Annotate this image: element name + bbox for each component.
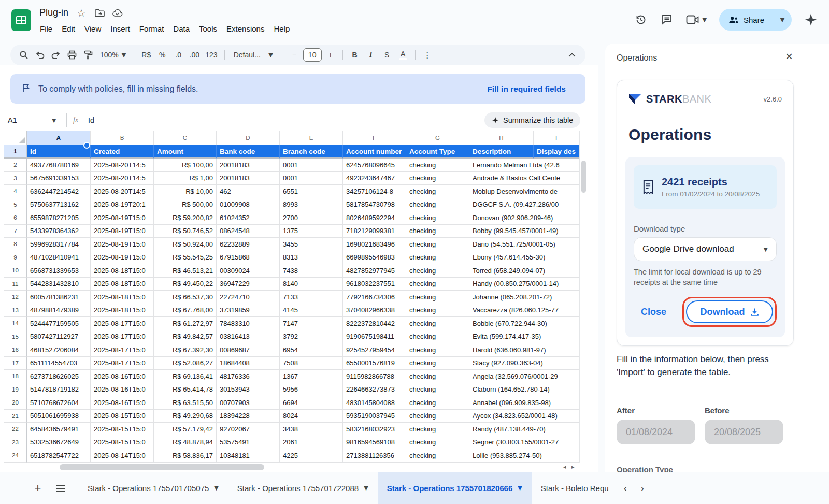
cell-bank-code[interactable]: 37319859 bbox=[217, 304, 280, 318]
cell-amount[interactable]: R$ 500,00 bbox=[154, 198, 217, 212]
row-header-15[interactable]: 15 bbox=[4, 330, 27, 344]
cell-bank-code[interactable]: 10348181 bbox=[217, 449, 280, 463]
cell-id[interactable]: 4681527206084 bbox=[27, 343, 91, 357]
cell-created[interactable]: 2025-08-15T15:0 bbox=[91, 410, 154, 423]
cell-id[interactable]: 6559878271205 bbox=[27, 211, 91, 225]
add-sheet-button[interactable]: + bbox=[30, 481, 46, 496]
row-header-17[interactable]: 17 bbox=[4, 357, 27, 370]
cell-account-number[interactable]: 8222372810442 bbox=[343, 317, 406, 330]
column-header-G[interactable]: G bbox=[406, 131, 469, 145]
cell-account-number[interactable]: 9254527959454 bbox=[343, 343, 406, 357]
cell-description[interactable]: Donovan (902.906.289-46) bbox=[469, 211, 579, 225]
cell-description[interactable]: Dario (54.551.725/0001-05) bbox=[469, 238, 579, 251]
cell-branch-code[interactable]: 2700 bbox=[280, 211, 343, 225]
cell-bank-code[interactable]: 36947229 bbox=[217, 278, 280, 291]
scroll-left-icon[interactable]: ◂ bbox=[563, 464, 566, 470]
cell-account-number[interactable]: 34257106124-8 bbox=[343, 185, 406, 198]
menu-format[interactable]: Format bbox=[135, 23, 169, 35]
cell-account-type[interactable]: checking bbox=[406, 304, 469, 318]
cell-account-type[interactable]: checking bbox=[406, 436, 469, 450]
cell-account-number[interactable]: 6245768096645 bbox=[343, 159, 406, 172]
cell-account-number[interactable]: 9816594569108 bbox=[343, 436, 406, 450]
cell-id[interactable]: 5051061695938 bbox=[27, 410, 91, 423]
cell-description[interactable]: Annabel (096.909.835-98) bbox=[469, 396, 579, 410]
cell-created[interactable]: 2025-08-18T15:0 bbox=[91, 291, 154, 304]
cell-account-type[interactable]: checking bbox=[406, 185, 469, 198]
version-history-icon[interactable] bbox=[634, 13, 648, 26]
download-button[interactable]: Download bbox=[686, 300, 773, 323]
cell-amount[interactable]: R$ 59.200,82 bbox=[154, 211, 217, 225]
search-icon[interactable] bbox=[17, 48, 31, 62]
row-header-23[interactable]: 23 bbox=[4, 436, 27, 450]
cell-created[interactable]: 2025-08-15T15:0 bbox=[91, 423, 154, 436]
fill-required-fields-link[interactable]: Fill in required fields bbox=[487, 84, 566, 94]
cell-amount[interactable]: R$ 50.746,52 bbox=[154, 225, 217, 238]
cell-bank-code[interactable]: 18394228 bbox=[217, 410, 280, 423]
selection-handle[interactable] bbox=[83, 142, 90, 149]
menu-view[interactable]: View bbox=[80, 23, 106, 35]
column-header-A[interactable]: A bbox=[27, 131, 91, 145]
cell-account-number[interactable]: 7792166734306 bbox=[343, 291, 406, 304]
cell-branch-code[interactable]: 8313 bbox=[280, 251, 343, 265]
cell-account-number[interactable]: 6550001576819 bbox=[343, 357, 406, 370]
table-header-cell-created[interactable]: Created bbox=[91, 145, 154, 159]
google-sheets-logo-icon[interactable] bbox=[11, 9, 31, 31]
cell-account-type[interactable]: checking bbox=[406, 198, 469, 212]
cell-branch-code[interactable]: 7438 bbox=[280, 264, 343, 278]
cell-account-type[interactable]: checking bbox=[406, 278, 469, 291]
cell-id[interactable]: 6511114554703 bbox=[27, 357, 91, 370]
cell-amount[interactable]: R$ 46.513,21 bbox=[154, 264, 217, 278]
row-header-6[interactable]: 6 bbox=[4, 211, 27, 225]
sheet-tab-3[interactable]: Stark - Operations 1755701820666▼ bbox=[378, 472, 532, 504]
cell-created[interactable]: 2025-08-15T15:0 bbox=[91, 436, 154, 450]
table-header-cell-bank-code[interactable]: Bank code bbox=[217, 145, 280, 159]
row-header-10[interactable]: 10 bbox=[4, 264, 27, 278]
cell-amount[interactable]: R$ 49.842,57 bbox=[154, 330, 217, 344]
table-header-cell-branch-code[interactable]: Branch code bbox=[280, 145, 343, 159]
cell-created[interactable]: 2025-08-16T15:0 bbox=[91, 396, 154, 410]
cloud-saved-icon[interactable] bbox=[112, 8, 123, 18]
row-header-16[interactable]: 16 bbox=[4, 343, 27, 357]
star-icon[interactable]: ☆ bbox=[76, 8, 87, 18]
scroll-right-icon[interactable]: ▸ bbox=[571, 464, 575, 470]
cell-amount[interactable]: R$ 49.290,68 bbox=[154, 410, 217, 423]
cell-id[interactable]: 6568731339653 bbox=[27, 264, 91, 278]
cell-account-number[interactable]: 5817854730798 bbox=[343, 198, 406, 212]
cell-amount[interactable]: R$ 49.450,22 bbox=[154, 278, 217, 291]
cell-amount[interactable]: R$ 57.179,42 bbox=[154, 423, 217, 436]
spreadsheet-grid[interactable]: ABCDEFGHI1IdCreatedAmountBank codeBranch… bbox=[4, 131, 579, 463]
cell-bank-code[interactable]: 18684408 bbox=[217, 357, 280, 370]
cell-branch-code[interactable]: 6694 bbox=[280, 396, 343, 410]
move-folder-icon[interactable] bbox=[94, 8, 105, 18]
cell-account-number[interactable]: 4830145804088 bbox=[343, 396, 406, 410]
after-date-field[interactable]: 01/08/2024 bbox=[617, 420, 695, 444]
cell-account-type[interactable]: checking bbox=[406, 238, 469, 251]
cell-account-type[interactable]: checking bbox=[406, 370, 469, 383]
cell-id[interactable]: 5996928317784 bbox=[27, 238, 91, 251]
cell-amount[interactable]: R$ 48.878,94 bbox=[154, 436, 217, 450]
table-header-cell-description[interactable]: Description bbox=[469, 145, 534, 159]
cell-branch-code[interactable]: 3455 bbox=[280, 238, 343, 251]
zoom-control[interactable]: 100%▼ bbox=[97, 51, 129, 59]
table-header-cell-amount[interactable]: Amount bbox=[154, 145, 217, 159]
name-box[interactable]: A1 bbox=[8, 116, 17, 124]
cell-account-type[interactable]: checking bbox=[406, 357, 469, 370]
cell-id[interactable]: 5147818719182 bbox=[27, 383, 91, 397]
cell-account-type[interactable]: checking bbox=[406, 423, 469, 436]
cell-description[interactable]: Angela (32.569.076/0001-29 bbox=[469, 370, 579, 383]
menu-extensions[interactable]: Extensions bbox=[222, 23, 269, 35]
column-header-C[interactable]: C bbox=[154, 131, 217, 145]
cell-description[interactable]: Mobiup Desenvolvimento de bbox=[469, 185, 579, 198]
row-header-18[interactable]: 18 bbox=[4, 370, 27, 383]
cell-amount[interactable]: R$ 61.272,97 bbox=[154, 317, 217, 330]
menu-help[interactable]: Help bbox=[269, 23, 294, 35]
cell-amount[interactable]: R$ 66.537,30 bbox=[154, 291, 217, 304]
cell-account-number[interactable]: 3704082966338 bbox=[343, 304, 406, 318]
cell-created[interactable]: 2025-08-19T15:0 bbox=[91, 251, 154, 265]
cell-account-type[interactable]: checking bbox=[406, 449, 469, 463]
cell-amount[interactable]: R$ 100,00 bbox=[154, 159, 217, 172]
comments-icon[interactable] bbox=[660, 13, 674, 26]
redo-icon[interactable] bbox=[49, 48, 63, 62]
cell-bank-code[interactable]: 00707903 bbox=[217, 396, 280, 410]
cell-description[interactable]: Harold (636.060.981-97) bbox=[469, 343, 579, 357]
